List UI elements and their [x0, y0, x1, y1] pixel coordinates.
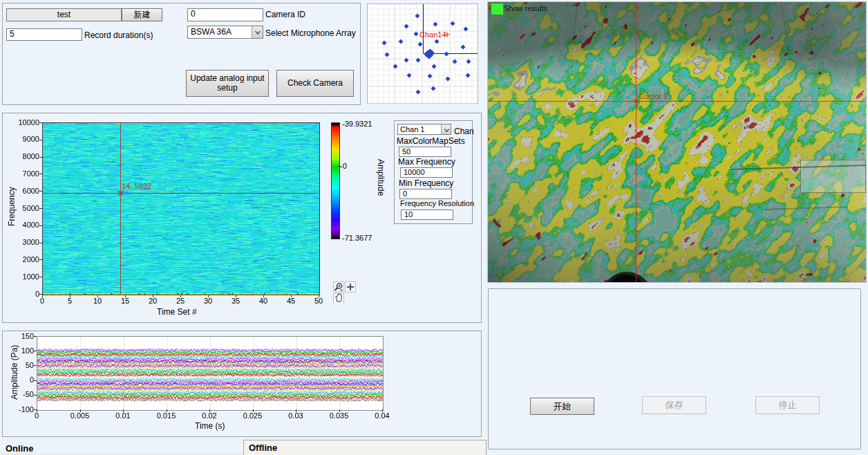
svg-text:Chan14: Chan14: [419, 30, 446, 39]
